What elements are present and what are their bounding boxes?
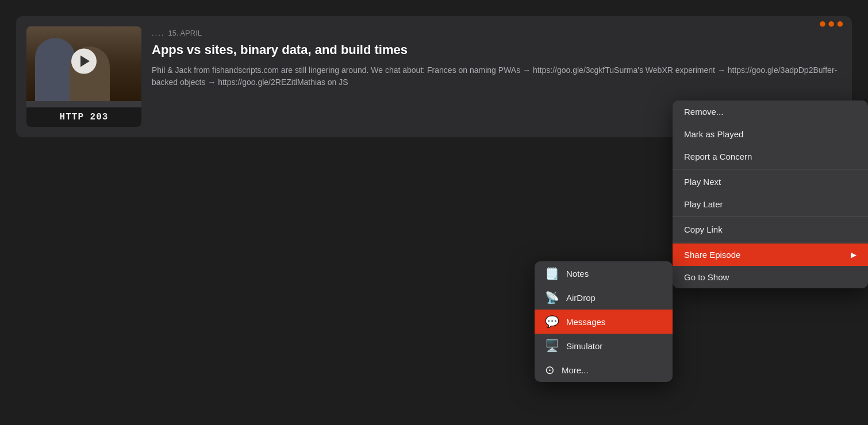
menu-item-share-episode[interactable]: Share Episode ▶ (673, 244, 868, 266)
play-button-overlay[interactable] (71, 49, 97, 74)
menu-item-play-next[interactable]: Play Next (673, 171, 868, 193)
episode-date-text: 15. APRIL (168, 29, 202, 37)
episode-info: .... 15. APRIL Apps vs sites, binary dat… (152, 26, 842, 88)
thumbnail-scene (26, 26, 141, 101)
simulator-icon: 🖥️ (545, 340, 559, 351)
episode-date: .... 15. APRIL (152, 29, 842, 37)
play-triangle-icon (80, 56, 90, 67)
menu-item-copy-link[interactable]: Copy Link (673, 218, 868, 241)
episode-thumbnail: HTTP 203 (26, 26, 141, 127)
share-item-airdrop[interactable]: 📡 AirDrop (535, 285, 673, 310)
menu-separator-2 (673, 217, 868, 217)
more-options-button[interactable]: ●●● (819, 16, 845, 31)
airdrop-icon: 📡 (545, 292, 559, 303)
menu-item-go-to-show[interactable]: Go to Show (673, 266, 868, 288)
episode-dots: .... (152, 29, 164, 37)
menu-item-report-concern[interactable]: Report a Concern (673, 145, 868, 168)
share-episode-arrow-icon: ▶ (851, 250, 857, 259)
messages-icon: 💬 (545, 316, 559, 327)
menu-separator-1 (673, 169, 868, 169)
main-context-menu: Remove... Mark as Played Report a Concer… (673, 101, 868, 288)
podcast-label: HTTP 203 (26, 107, 141, 127)
menu-separator-3 (673, 242, 868, 242)
more-icon: ⊙ (545, 364, 555, 376)
share-item-notes[interactable]: 🗒️ Notes (535, 261, 673, 285)
episode-title: Apps vs sites, binary data, and build ti… (152, 42, 842, 59)
share-submenu: 🗒️ Notes 📡 AirDrop 💬 Messages 🖥️ Simulat… (535, 261, 673, 382)
episode-description: Phil & Jack from fishandscripts.com are … (152, 64, 842, 88)
menu-item-mark-played[interactable]: Mark as Played (673, 123, 868, 145)
share-item-messages[interactable]: 💬 Messages (535, 310, 673, 334)
menu-item-play-later[interactable]: Play Later (673, 193, 868, 215)
notes-icon: 🗒️ (545, 268, 559, 279)
menu-item-remove[interactable]: Remove... (673, 101, 868, 123)
share-item-more[interactable]: ⊙ More... (535, 358, 673, 382)
share-item-simulator[interactable]: 🖥️ Simulator (535, 334, 673, 358)
